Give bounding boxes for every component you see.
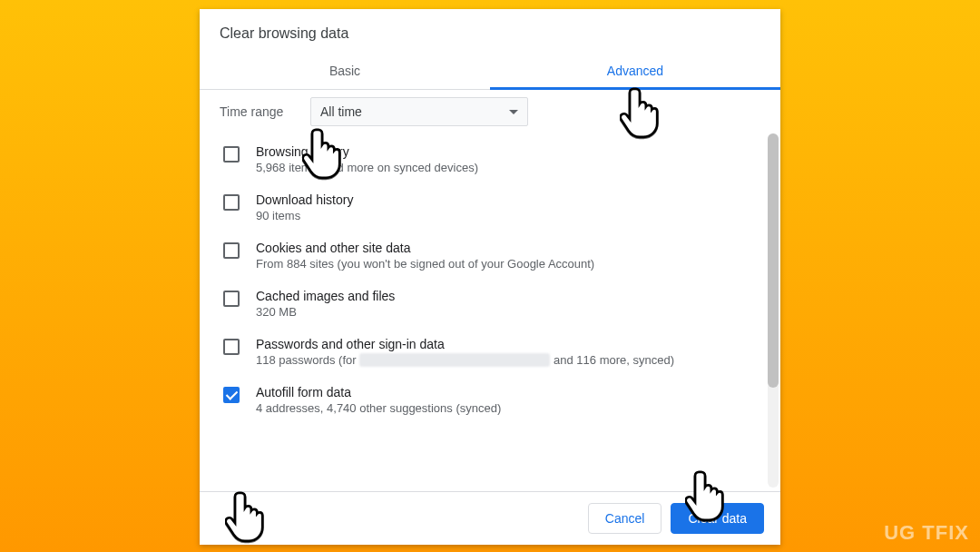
watermark: UG TFIX xyxy=(884,521,969,545)
checkbox-download-history[interactable] xyxy=(223,194,240,211)
list-item: Passwords and other sign-in data 118 pas… xyxy=(220,328,760,376)
item-title: Cached images and files xyxy=(256,289,760,303)
checkbox-autofill[interactable] xyxy=(223,387,240,403)
dialog-footer: Cancel Clear data xyxy=(200,491,780,545)
item-subtitle: 90 items xyxy=(256,209,760,222)
clear-data-button[interactable]: Clear data xyxy=(671,503,764,534)
item-subtitle: 320 MB xyxy=(256,305,760,319)
cancel-button[interactable]: Cancel xyxy=(588,503,662,534)
item-subtitle: 118 passwords (for ████████████ ████████… xyxy=(256,353,760,367)
item-sub-prefix: 118 passwords (for xyxy=(256,353,359,367)
tab-advanced[interactable]: Advanced xyxy=(490,54,780,89)
item-sub-suffix: and 116 more, synced) xyxy=(550,353,674,367)
item-title: Autofill form data xyxy=(256,385,760,399)
item-title: Cookies and other site data xyxy=(256,241,760,255)
list-item: Cookies and other site data From 884 sit… xyxy=(220,232,760,280)
item-subtitle: From 884 sites (you won't be signed out … xyxy=(256,257,760,271)
clear-browsing-data-dialog: Clear browsing data Basic Advanced Time … xyxy=(200,9,780,545)
checkbox-passwords[interactable] xyxy=(223,339,240,355)
item-subtitle: 5,968 items (and more on synced devices) xyxy=(256,161,760,174)
scrollbar-thumb[interactable] xyxy=(768,133,779,388)
item-title: Download history xyxy=(256,192,760,207)
list-item: Cached images and files 320 MB xyxy=(220,280,760,328)
tabs: Basic Advanced xyxy=(200,54,780,90)
time-range-row: Time range All time xyxy=(200,90,780,130)
time-range-label: Time range xyxy=(220,104,310,119)
options-list-wrap: Browsing history 5,968 items (and more o… xyxy=(200,130,780,491)
list-item: Download history 90 items xyxy=(220,183,760,232)
redacted-text: ████████████ ██████████ xyxy=(359,353,550,367)
checkbox-browsing-history[interactable] xyxy=(223,146,240,163)
time-range-value: All time xyxy=(320,104,362,119)
time-range-select[interactable]: All time xyxy=(310,97,528,126)
item-title: Browsing history xyxy=(256,144,760,159)
item-title: Passwords and other sign-in data xyxy=(256,337,760,351)
list-item: Autofill form data 4 addresses, 4,740 ot… xyxy=(220,376,760,424)
options-list: Browsing history 5,968 items (and more o… xyxy=(200,130,766,491)
tab-basic[interactable]: Basic xyxy=(200,54,490,89)
item-subtitle: 4 addresses, 4,740 other suggestions (sy… xyxy=(256,401,760,415)
checkbox-cached[interactable] xyxy=(223,291,240,307)
list-item: Browsing history 5,968 items (and more o… xyxy=(220,135,760,183)
chevron-down-icon xyxy=(509,110,518,114)
checkbox-cookies[interactable] xyxy=(223,242,240,259)
dialog-title: Clear browsing data xyxy=(200,9,780,54)
